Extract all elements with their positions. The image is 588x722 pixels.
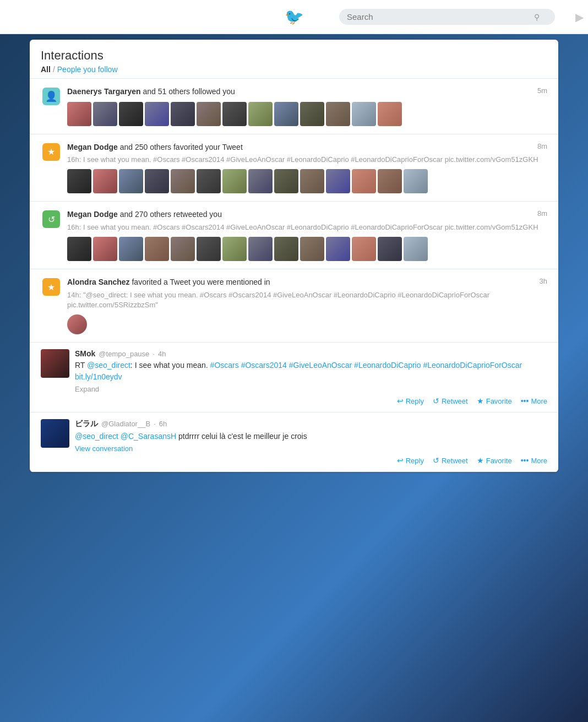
smok-retweet-btn[interactable]: ↺ Retweet	[433, 397, 468, 405]
avatar-thumb	[274, 169, 298, 193]
smok-time: ·	[153, 350, 155, 358]
gladiator-name[interactable]: ビラル	[75, 419, 98, 429]
rt1-name[interactable]: Megan Dodge	[67, 210, 118, 219]
fav1-time: 8m	[537, 142, 547, 150]
follow-desc: and 51 others followed you	[143, 87, 235, 96]
search-icon: ⚲	[534, 13, 540, 21]
smok-mention[interactable]: @seo_direct	[87, 361, 130, 370]
fav1-desc: and 250 others favorited your Tweet	[120, 143, 243, 151]
gladiator-view-conv[interactable]: View conversation	[75, 444, 547, 453]
rt-label: RT	[75, 361, 87, 370]
smok-actions: ↩ Reply ↺ Retweet ★ Favorite ••• More	[75, 397, 547, 405]
smok-name[interactable]: SMok	[75, 349, 95, 358]
fav2-text: Alondra Sanchez favorited a Tweet you we…	[67, 277, 547, 288]
more-icon: •••	[521, 397, 529, 405]
header: 🐦 ⚲ ▶	[0, 0, 588, 34]
gladiator-time-dot: ·	[154, 420, 156, 428]
avatar-thumb	[222, 102, 247, 126]
gladiator-mention2[interactable]: @C_SarasansH	[121, 432, 176, 441]
star-icon2: ★	[477, 456, 484, 465]
fav1-avatars	[67, 169, 547, 193]
filter-people-you-follow[interactable]: People you follow	[57, 65, 118, 74]
gladiator-mention1[interactable]: @seo_direct	[75, 432, 118, 441]
rt1-content: Megan Dodge and 270 others retweeted you…	[62, 209, 547, 261]
smok-hashtag5[interactable]: #LeonardoDiCaprioForOscar	[423, 361, 522, 370]
smok-avatar[interactable]	[41, 349, 69, 378]
avatar-thumb	[378, 237, 402, 261]
retweet-action-icon2: ↺	[433, 456, 439, 465]
avatar-thumb	[93, 102, 117, 126]
gladiator-text-main: ptdrrrr celui là c'est le meilleur je cr…	[176, 432, 307, 441]
avatar-thumb	[67, 102, 91, 126]
avatar-thumb	[300, 102, 324, 126]
follow-content: Daenerys Targaryen and 51 others followe…	[62, 86, 547, 126]
gladiator-avatar[interactable]	[41, 419, 69, 448]
gladiator-header: ビラル @Gladiator__B · 6h	[75, 419, 547, 429]
smok-time-val: 4h	[158, 350, 166, 358]
twitter-logo: 🐦	[285, 8, 304, 26]
main-container: Interactions All / People you follow 👤 D…	[30, 40, 558, 472]
avatar-thumb	[67, 169, 91, 193]
smok-reply-label: Reply	[406, 397, 424, 405]
gladiator-more-btn[interactable]: ••• More	[521, 456, 547, 465]
rt1-desc: and 270 others retweeted you	[120, 210, 222, 219]
more-icon2: •••	[521, 456, 529, 465]
view-conversation-link[interactable]: View conversation	[75, 444, 133, 453]
smok-hashtag3[interactable]: #GiveLeoAnOscar	[289, 361, 352, 370]
gladiator-handle[interactable]: @Gladiator__B	[101, 420, 150, 428]
fav2-content: Alondra Sanchez favorited a Tweet you we…	[62, 277, 547, 334]
follow-avatars	[67, 102, 547, 126]
avatar-thumb	[145, 237, 169, 261]
reply-icon2: ↩	[397, 456, 404, 465]
avatar-thumb	[119, 237, 143, 261]
avatar-thumb	[119, 169, 143, 193]
avatar-thumb	[171, 169, 195, 193]
fav1-name[interactable]: Megan Dodge	[67, 143, 118, 151]
smok-hashtag4[interactable]: #LeonardoDiCaprio	[354, 361, 421, 370]
follow-icon-wrap: 👤	[41, 86, 62, 126]
smok-favorite-btn[interactable]: ★ Favorite	[477, 397, 512, 405]
interaction-fav1: ★ Megan Dodge and 250 others favorited y…	[30, 134, 558, 202]
smok-handle[interactable]: @tempo_pause	[99, 350, 149, 358]
avatar-thumb	[222, 169, 247, 193]
nav-arrow-icon[interactable]: ▶	[575, 10, 584, 24]
smok-expand[interactable]: Expand	[75, 385, 547, 393]
smok-rt-label: Retweet	[442, 397, 468, 405]
smok-link[interactable]: bit.ly/1n0eydv	[75, 372, 122, 381]
filter-separator: /	[53, 65, 55, 74]
avatar-thumb	[145, 102, 169, 126]
gladiator-reply-label: Reply	[406, 457, 424, 465]
smok-hashtag2[interactable]: #Oscars2014	[241, 361, 287, 370]
star-icon: ★	[477, 397, 484, 405]
fav2-time: 3h	[540, 277, 547, 285]
gladiator-more-label: More	[531, 457, 547, 465]
avatar-thumb	[274, 102, 298, 126]
retweet-action-icon: ↺	[433, 397, 439, 405]
avatar-thumb	[326, 102, 350, 126]
fav1-content: Megan Dodge and 250 others favorited you…	[62, 142, 547, 194]
avatar-thumb	[248, 237, 273, 261]
avatar-thumb	[378, 102, 402, 126]
avatar-thumb	[222, 237, 247, 261]
search-bar[interactable]: ⚲	[339, 9, 555, 25]
smok-hashtag1[interactable]: #Oscars	[210, 361, 239, 370]
gladiator-favorite-btn[interactable]: ★ Favorite	[477, 456, 512, 465]
search-input[interactable]	[347, 12, 534, 21]
rt1-tweet-preview: 16h: I see what you mean. #Oscars #Oscar…	[67, 222, 547, 232]
avatar-thumb	[171, 102, 195, 126]
favorite2-icon: ★	[42, 278, 60, 296]
gladiator-retweet-btn[interactable]: ↺ Retweet	[433, 456, 468, 465]
smok-more-btn[interactable]: ••• More	[521, 397, 547, 405]
follow-name[interactable]: Daenerys Targaryen	[67, 87, 141, 96]
gladiator-reply-btn[interactable]: ↩ Reply	[397, 456, 424, 465]
interaction-follow: 👤 Daenerys Targaryen and 51 others follo…	[30, 79, 558, 134]
gladiator-tweet-text: @seo_direct @C_SarasansH ptdrrrr celui l…	[75, 431, 547, 442]
avatar-thumb	[352, 169, 376, 193]
smok-more-label: More	[531, 397, 547, 405]
avatar-thumb	[145, 169, 169, 193]
filter-all[interactable]: All	[41, 65, 51, 74]
smok-reply-btn[interactable]: ↩ Reply	[397, 397, 424, 405]
rt1-text: Megan Dodge and 270 others retweeted you	[67, 209, 547, 220]
fav2-name[interactable]: Alondra Sanchez	[67, 278, 130, 286]
avatar-thumb	[171, 237, 195, 261]
